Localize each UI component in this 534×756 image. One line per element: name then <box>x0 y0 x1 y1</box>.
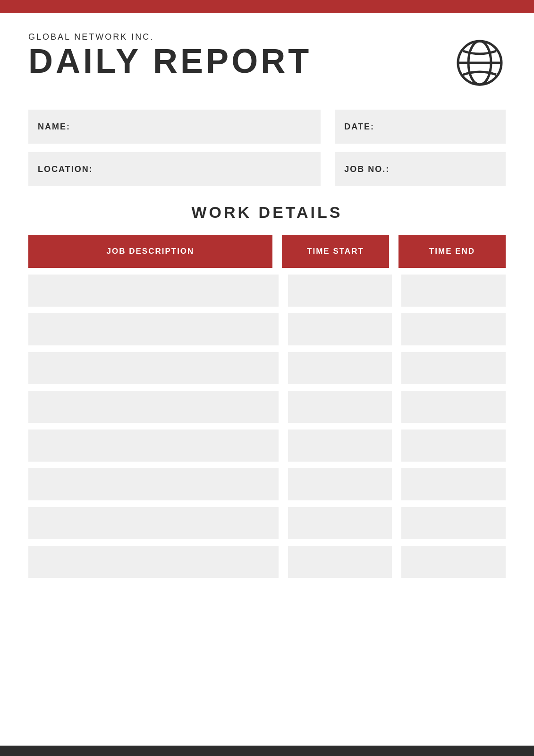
cell-description-8[interactable] <box>28 546 279 578</box>
cell-description-5[interactable] <box>28 430 279 462</box>
cell-time-start-2[interactable] <box>288 313 392 345</box>
job-no-label: JOB NO.: <box>344 164 390 174</box>
job-no-field[interactable]: JOB NO.: <box>335 152 506 186</box>
header-section: GLOBAL NETWORK INC. DAILY REPORT <box>28 32 506 91</box>
cell-time-start-7[interactable] <box>288 507 392 539</box>
cell-time-start-3[interactable] <box>288 352 392 384</box>
table-row <box>28 313 506 345</box>
table-row <box>28 546 506 578</box>
cell-description-4[interactable] <box>28 391 279 423</box>
globe-icon <box>454 32 506 91</box>
col-header-time-end: TIME END <box>398 235 506 268</box>
company-name: GLOBAL NETWORK INC. <box>28 32 312 42</box>
date-field[interactable]: DATE: <box>335 110 506 144</box>
cell-description-7[interactable] <box>28 507 279 539</box>
field-row-2: LOCATION: JOB NO.: <box>28 152 506 186</box>
name-label: NAME: <box>38 122 70 132</box>
table-row <box>28 430 506 462</box>
bottom-bar <box>0 746 534 756</box>
cell-time-start-8[interactable] <box>288 546 392 578</box>
cell-time-start-6[interactable] <box>288 468 392 500</box>
field-row-1: NAME: DATE: <box>28 110 506 144</box>
location-label: LOCATION: <box>38 164 93 174</box>
cell-time-end-2[interactable] <box>401 313 506 345</box>
cell-time-end-1[interactable] <box>401 275 506 307</box>
cell-description-6[interactable] <box>28 468 279 500</box>
report-title: DAILY REPORT <box>28 44 312 78</box>
work-table: JOB DESCRIPTION TIME START TIME END <box>28 235 506 578</box>
col-header-time-start: TIME START <box>282 235 389 268</box>
table-row <box>28 391 506 423</box>
header-left: GLOBAL NETWORK INC. DAILY REPORT <box>28 32 312 78</box>
cell-time-end-7[interactable] <box>401 507 506 539</box>
table-body <box>28 275 506 578</box>
cell-time-end-6[interactable] <box>401 468 506 500</box>
location-field[interactable]: LOCATION: <box>28 152 321 186</box>
cell-time-start-5[interactable] <box>288 430 392 462</box>
cell-description-3[interactable] <box>28 352 279 384</box>
work-details-title: WORK DETAILS <box>28 203 506 222</box>
page-content: GLOBAL NETWORK INC. DAILY REPORT NAME: D… <box>0 13 534 597</box>
name-field[interactable]: NAME: <box>28 110 321 144</box>
cell-time-end-8[interactable] <box>401 546 506 578</box>
col-header-description: JOB DESCRIPTION <box>28 235 272 268</box>
cell-time-end-4[interactable] <box>401 391 506 423</box>
cell-time-end-3[interactable] <box>401 352 506 384</box>
cell-time-start-1[interactable] <box>288 275 392 307</box>
cell-description-1[interactable] <box>28 275 279 307</box>
table-row <box>28 275 506 307</box>
table-row <box>28 352 506 384</box>
table-header: JOB DESCRIPTION TIME START TIME END <box>28 235 506 268</box>
top-bar <box>0 0 534 13</box>
cell-time-start-4[interactable] <box>288 391 392 423</box>
cell-description-2[interactable] <box>28 313 279 345</box>
cell-time-end-5[interactable] <box>401 430 506 462</box>
table-row <box>28 468 506 500</box>
date-label: DATE: <box>344 122 374 132</box>
table-row <box>28 507 506 539</box>
